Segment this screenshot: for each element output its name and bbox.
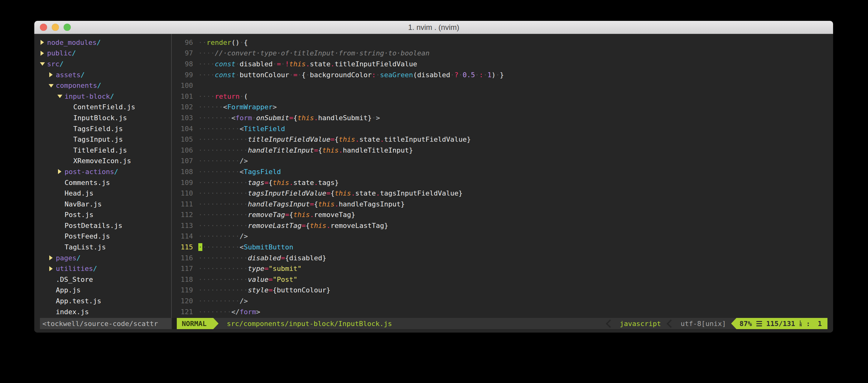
token-tx: { <box>306 222 310 230</box>
chevron-right-icon[interactable] <box>40 48 47 59</box>
vertical-split[interactable] <box>171 34 172 328</box>
token-ws: · <box>252 114 256 122</box>
minimize-button[interactable] <box>52 24 59 31</box>
token-ws: · <box>240 93 244 100</box>
line-number: 109 <box>174 179 195 186</box>
code-line-100[interactable]: 100 <box>174 80 828 91</box>
code-line-104[interactable]: 104··········<TitleField <box>174 123 828 134</box>
code-line-108[interactable]: 108··········<TagsField <box>174 166 828 177</box>
zoom-button[interactable] <box>64 24 71 31</box>
token-ws: · <box>483 71 487 79</box>
tree-item-label: TagsInput.js <box>73 135 123 143</box>
file-tree[interactable]: node_modules/public/src/assets/component… <box>40 37 169 317</box>
code-line-109[interactable]: 109············tags={this.state.tags} <box>174 177 828 188</box>
token-tx: } <box>335 179 339 186</box>
code-line-106[interactable]: 106············handleTitleInput={this.ha… <box>174 145 828 156</box>
token-ws: · <box>372 114 376 122</box>
tree-item-src[interactable]: src/ <box>40 59 169 69</box>
code-line-117[interactable]: 117············type="submit" <box>174 263 828 274</box>
code-line-101[interactable]: 101····return·( <box>174 91 828 102</box>
code-line-112[interactable]: 112············removeTag={this.removeTag… <box>174 210 828 220</box>
code-line-98[interactable]: 98····const·disabled·=·!this.state.title… <box>174 59 828 69</box>
tree-item-utilities[interactable]: utilities/ <box>40 263 169 274</box>
token-br: < <box>240 125 244 133</box>
token-at: removeLastTag <box>248 222 302 230</box>
tree-item-ContentField.js[interactable]: ContentField.js <box>40 102 169 113</box>
code-line-102[interactable]: 102······<FormWrapper> <box>174 102 828 113</box>
chevron-right-icon[interactable] <box>49 263 56 274</box>
tree-item-components[interactable]: components/ <box>40 80 169 91</box>
token-ws: ········· <box>203 243 240 251</box>
tree-item-index.js[interactable]: index.js <box>40 306 169 317</box>
token-op: . <box>351 189 355 197</box>
chevron-down-icon[interactable] <box>49 80 56 91</box>
tree-item-PostDetails.js[interactable]: PostDetails.js <box>40 220 169 231</box>
code-area[interactable]: 96··render()·{97····//·convert·type·of·t… <box>174 37 828 317</box>
code-line-113[interactable]: 113············removeLastTag={this.remov… <box>174 220 828 231</box>
chevron-right-icon[interactable] <box>40 37 47 48</box>
code-line-121[interactable]: 121········</form> <box>174 306 828 317</box>
token-nm: 1 <box>487 71 491 79</box>
close-button[interactable] <box>40 24 47 31</box>
token-tx: { <box>269 179 273 186</box>
chevron-right-icon[interactable] <box>49 69 56 80</box>
tree-item-post-actions[interactable]: post-actions/ <box>40 166 169 177</box>
code-line-96[interactable]: 96··render()·{ <box>174 37 828 48</box>
code-line-116[interactable]: 116············disabled={disabled} <box>174 252 828 264</box>
tree-item-Post.js[interactable]: Post.js <box>40 210 169 220</box>
tree-item-App.test.js[interactable]: App.test.js <box>40 295 169 306</box>
token-tx: } <box>384 222 388 230</box>
tree-item-XRemoveIcon.js[interactable]: XRemoveIcon.js <box>40 156 169 167</box>
tree-item-.DS_Store[interactable]: .DS_Store <box>40 274 169 285</box>
code-line-114[interactable]: 114··········/> <box>174 231 828 242</box>
tree-item-TagList.js[interactable]: TagList.js <box>40 242 169 252</box>
code-line-107[interactable]: 107··········/> <box>174 156 828 167</box>
tree-item-label: assets <box>56 71 81 79</box>
token-st: "Post" <box>273 276 297 283</box>
code-line-111[interactable]: 111············handleTagsInput={this.han… <box>174 199 828 210</box>
code-line-105[interactable]: 105············titleInputFieldValue={thi… <box>174 134 828 145</box>
chevron-down-icon[interactable] <box>57 91 65 102</box>
tree-item-label: Comments.js <box>65 179 110 186</box>
traffic-lights <box>40 21 71 34</box>
token-ws: · <box>376 71 380 79</box>
tree-indent-spacer <box>66 156 73 167</box>
code-line-97[interactable]: 97····//·convert·type·of·titleInput·from… <box>174 48 828 59</box>
tree-item-PostFeed.js[interactable]: PostFeed.js <box>40 231 169 242</box>
line-text: ············handleTitleInput={this.handl… <box>198 146 413 154</box>
code-line-119[interactable]: 119············style={buttonColour} <box>174 285 828 296</box>
token-op: = <box>314 146 318 154</box>
column-number: 1 <box>818 320 822 327</box>
token-ws: ·· <box>198 39 207 46</box>
line-text: ··render()·{ <box>198 39 248 46</box>
tree-item-NavBar.js[interactable]: NavBar.js <box>40 199 169 210</box>
code-line-118[interactable]: 118············value="Post" <box>174 274 828 285</box>
code-line-99[interactable]: 99····const·buttonColour·=·{·backgroundC… <box>174 69 828 80</box>
code-line-120[interactable]: 120··········/> <box>174 295 828 306</box>
tree-item-pages[interactable]: pages/ <box>40 252 169 264</box>
tree-item-TitleField.js[interactable]: TitleField.js <box>40 145 169 156</box>
tree-item-assets[interactable]: assets/ <box>40 69 169 80</box>
tree-item-Comments.js[interactable]: Comments.js <box>40 177 169 188</box>
chevron-down-icon[interactable] <box>40 59 47 69</box>
line-number: 98 <box>174 60 195 68</box>
dir-slash: / <box>60 60 64 68</box>
tree-item-input-block[interactable]: input-block/ <box>40 91 169 102</box>
tree-indent-spacer <box>57 199 65 210</box>
token-th: this <box>298 114 314 122</box>
code-line-110[interactable]: 110············tagsInputFieldValue={this… <box>174 188 828 199</box>
chevron-right-icon[interactable] <box>57 166 65 177</box>
chevron-right-icon[interactable] <box>49 252 56 264</box>
title-bar[interactable]: 1. nvim . (nvim) <box>34 21 833 34</box>
dir-slash: / <box>97 81 101 90</box>
code-line-115[interactable]: 115··········<SubmitButton <box>174 242 828 252</box>
token-op: ! <box>285 60 289 68</box>
tree-item-InputBlock.js[interactable]: InputBlock.js <box>40 112 169 123</box>
code-line-103[interactable]: 103········<form·onSubmit={this.handleSu… <box>174 112 828 123</box>
tree-item-App.js[interactable]: App.js <box>40 285 169 296</box>
tree-item-TagsField.js[interactable]: TagsField.js <box>40 123 169 134</box>
tree-item-node_modules[interactable]: node_modules/ <box>40 37 169 48</box>
tree-item-Head.js[interactable]: Head.js <box>40 188 169 199</box>
tree-item-public[interactable]: public/ <box>40 48 169 59</box>
tree-item-TagsInput.js[interactable]: TagsInput.js <box>40 134 169 145</box>
